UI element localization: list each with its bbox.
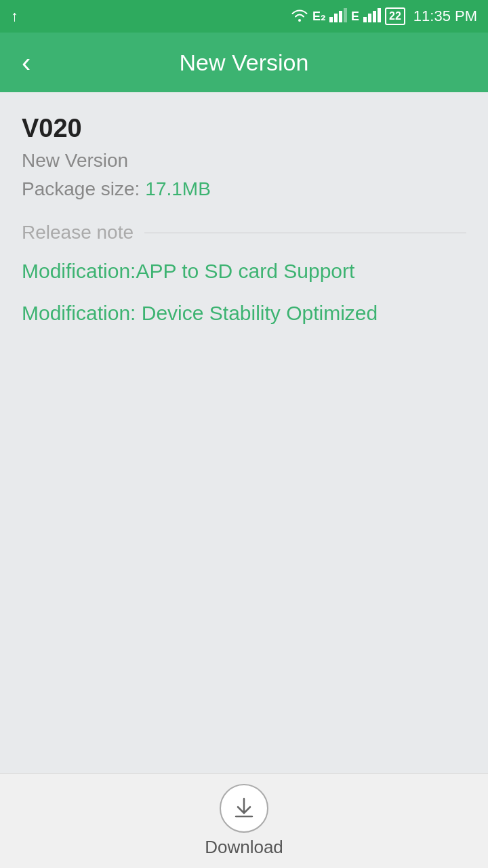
download-icon [232,796,256,821]
app-bar-title: New Version [180,50,309,76]
battery-indicator: 22 [385,7,405,25]
back-button[interactable]: ‹ [16,43,36,81]
bottom-bar: Download [0,773,488,868]
version-label: New Version [22,150,466,172]
package-size-value: 17.1MB [145,178,211,200]
svg-rect-0 [329,17,333,22]
release-note-row: Release note [22,222,466,243]
battery-level: 22 [389,10,401,22]
status-time: 11:35 PM [413,7,477,25]
wifi-icon [291,7,308,26]
svg-rect-1 [334,14,338,22]
arrow-up-icon: ↑ [11,7,18,25]
signal-bars2-icon [363,7,381,26]
app-bar: ‹ New Version [0,33,488,92]
modification-item-1: Modification:APP to SD card Support [22,260,466,283]
modification-item-2: Modification: Device Stability Optimized [22,302,466,325]
svg-rect-4 [363,17,367,22]
version-number: V020 [22,114,466,143]
signal-bars-icon [329,7,347,26]
package-size-label: Package size: [22,178,140,200]
release-note-label: Release note [22,222,134,243]
download-button[interactable]: Download [205,784,283,858]
content-area: V020 New Version Package size: 17.1MB Re… [0,92,488,773]
package-size-row: Package size: 17.1MB [22,178,466,200]
status-bar-left: ↑ [11,7,18,25]
status-bar-right: E₂ E 22 11:35 PM [291,7,477,26]
download-label: Download [205,837,283,858]
svg-rect-6 [373,11,376,22]
release-note-divider [144,233,466,233]
signal-e-icon: E₂ [312,9,325,24]
svg-rect-2 [339,11,342,22]
download-icon-circle [220,784,268,833]
svg-rect-3 [344,8,347,22]
svg-rect-7 [378,8,381,22]
svg-rect-5 [368,14,371,22]
back-icon: ‹ [22,47,30,77]
signal-e2-icon: E [351,9,359,24]
status-bar: ↑ E₂ E [0,0,488,33]
